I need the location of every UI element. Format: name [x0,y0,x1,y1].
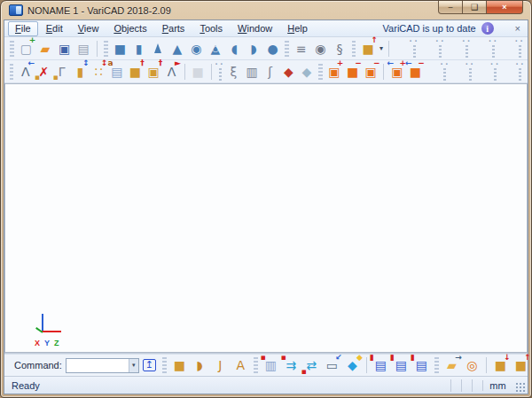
solid-elbow-right-icon[interactable]: ◗ [245,39,262,58]
toolbar-grip[interactable] [352,41,356,57]
toolbar-grip[interactable] [10,41,14,57]
collapsed-toolbar-stub[interactable] [440,62,450,82]
pipe-icon[interactable]: J [211,356,230,375]
insert-symbol-icon[interactable]: ■↑ [359,39,377,58]
dropdown-caret-icon[interactable]: ▾ [378,44,385,52]
menu-tools[interactable]: Tools [192,21,230,36]
exchange-icon[interactable]: ⇄▪ [302,356,321,375]
solid-cone-icon[interactable]: ▲ [168,39,186,58]
text-3d-icon[interactable]: A [231,356,250,375]
maximize-button[interactable]: ❑ [462,1,487,14]
sweep-icon[interactable]: ◗ [191,356,209,375]
menu-edit[interactable]: Edit [39,21,70,36]
plot-export-icon[interactable]: ↥ [140,356,159,375]
menu-window[interactable]: Window [231,21,279,36]
toolbar-grip[interactable] [434,357,439,373]
bent-wire-icon[interactable]: ʃ [262,62,278,81]
toolbar-gap [472,48,489,49]
fix-solid-icon[interactable]: ■† [127,62,144,81]
collapsed-toolbar-stub[interactable] [462,39,472,59]
solid-sphere-icon[interactable]: ● [264,39,282,58]
union-move-icon[interactable]: ▣+← [388,62,405,81]
render-icon[interactable]: ◎ [463,356,481,375]
collapsed-toolbar-stub[interactable] [466,62,475,82]
close-button[interactable]: × [486,1,523,14]
collapsed-toolbar-stub[interactable] [435,39,445,59]
new-file-icon[interactable]: ▢+ [18,39,35,58]
unit-indicator[interactable]: mm [482,380,512,391]
part-save-icon[interactable]: ■↑ [512,356,530,375]
boolean-subtract-icon[interactable]: ■− [344,62,361,81]
minimize-button[interactable]: – [438,1,463,14]
links-icon[interactable]: ⇉▪ [282,356,301,375]
toolbar-separator [184,64,185,80]
blocks-list-icon[interactable]: ▤▮ [412,356,431,375]
subtract-move-icon[interactable]: ■−← [407,62,424,81]
move-vertical-icon[interactable]: ▮↕ [72,62,89,81]
spring-icon[interactable]: § [331,39,348,58]
solids-list-icon[interactable]: ▤▮ [372,356,390,375]
fix-group-icon[interactable]: ▣† [145,62,162,81]
attributes-icon[interactable]: ▤a [108,62,125,81]
toolbar-grip[interactable] [10,64,13,80]
solid-tube-icon[interactable]: ◉ [188,39,206,58]
wedge-red-icon[interactable]: ◆ [280,62,297,81]
info-icon[interactable]: i [481,22,494,35]
solid-elbow-left-icon[interactable]: ◖ [226,39,244,58]
layers-list-icon-overlay2: ▮ [390,354,395,362]
solid-hollow-cone-icon[interactable]: ▲○ [207,39,224,58]
threaded-bolt-icon[interactable]: ≡ [293,39,310,58]
screen-copy-icon[interactable]: ▭↙ [323,356,341,375]
collapsed-toolbar-stub[interactable] [489,39,498,59]
new-file-icon-overlay: + [29,36,36,44]
drag-tool-icon[interactable]: Г▪ [54,62,71,81]
collapsed-toolbar-stub[interactable] [515,62,525,82]
layers-list-icon[interactable]: ▤▮ [392,356,411,375]
boolean-union-icon[interactable]: ▣+ [326,62,343,81]
collapsed-toolbar-stub[interactable] [410,39,419,59]
update-close-icon[interactable]: × [512,23,524,34]
toolbar-grip[interactable] [104,41,108,57]
menu-file[interactable]: File [8,21,38,36]
disabled-solid-icon[interactable]: ■ [190,62,207,81]
save-icon[interactable]: ▣ [56,39,74,58]
array-icon[interactable]: ∷↕ [90,62,107,81]
wedge-gray-icon[interactable]: ◆ [299,62,316,81]
command-input[interactable] [66,359,129,372]
resize-grip[interactable] [514,381,526,393]
command-toolbar: ↥■◗JA▥▪⇉▪⇄▪▭↙◆◆▤▮▤▮▤▮▰→◎■↓■↑■×■↖ [139,355,532,375]
title-bar[interactable]: NONAME 1 - VariCAD 2018-2.09 – ❑ × [4,1,528,20]
toolbar-grip[interactable] [162,357,167,373]
menu-objects[interactable]: Objects [106,21,153,36]
collapsed-toolbar-stub[interactable] [515,39,525,59]
solid-create-icon[interactable]: ■ [170,356,189,375]
impeller-icon[interactable]: ◉ [312,39,330,58]
open-file-icon[interactable]: ▰ [36,39,54,58]
delete-icon[interactable]: ✗▪ [35,62,52,81]
print-icon[interactable]: ▤ [74,39,92,58]
drawing-canvas[interactable] [4,83,528,353]
exchange-icon-glyph: ⇄ [306,359,317,371]
command-dropdown-caret[interactable]: ▾ [129,359,138,372]
collapsed-toolbar-stub[interactable] [490,62,500,82]
toolbar-grip[interactable] [318,64,322,80]
collapsed-toolbar-stub[interactable] [215,62,225,82]
menu-help[interactable]: Help [280,21,315,36]
snap-tool-icon[interactable]: Λ← [17,62,34,81]
boolean-cut-icon[interactable]: ▣− [363,62,379,81]
solid-box-icon[interactable]: ■ [112,39,129,58]
part-insert-icon[interactable]: ■↓ [491,356,510,375]
menu-view[interactable]: View [71,21,106,36]
droplet-icon[interactable]: ◆◆ [343,356,362,375]
copy-properties-icon[interactable]: ▥▪ [262,356,280,375]
solid-cylinder-icon[interactable]: ▮ [130,39,148,58]
toolbar-grip[interactable] [254,357,258,373]
measure-tool-icon[interactable]: Λ► [163,62,180,81]
solid-cone-frustum-icon[interactable] [150,39,168,58]
open-assembly-icon[interactable]: ▰→ [442,356,461,375]
menu-edit-mnemonic: E [46,23,52,34]
menu-parts[interactable]: Parts [155,21,192,36]
threaded-rod-icon[interactable]: ▥ [244,62,261,81]
toolbar-grip[interactable] [285,41,289,57]
wire-spring-icon[interactable]: ξ [225,62,242,81]
